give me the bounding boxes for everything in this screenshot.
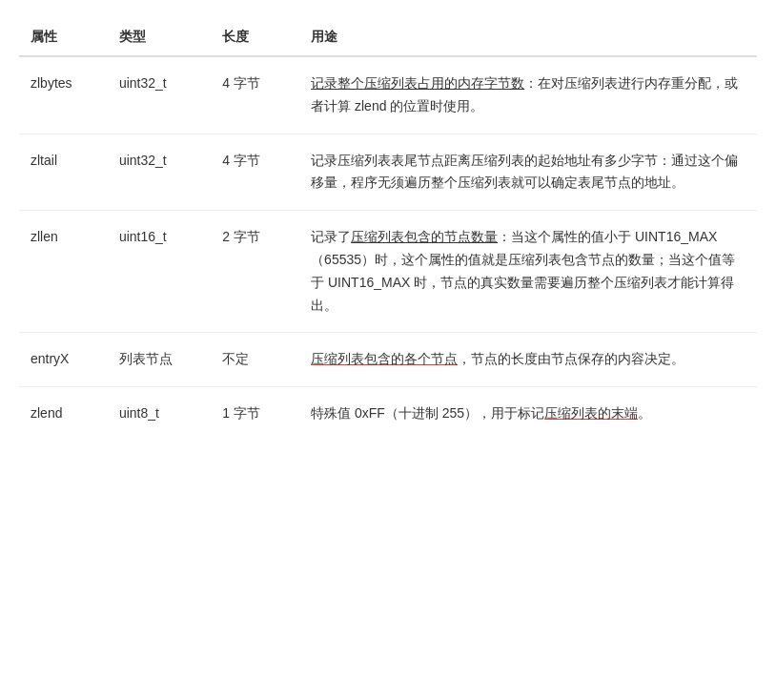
- main-table: 属性 类型 长度 用途 zlbytesuint32_t4 字节记录整个压缩列表占…: [19, 19, 757, 441]
- cell-type: uint32_t: [108, 134, 211, 211]
- table-row: zlenduint8_t1 字节特殊值 0xFF（十进制 255），用于标记压缩…: [19, 387, 757, 441]
- cell-type: 列表节点: [108, 333, 211, 387]
- header-type: 类型: [108, 19, 211, 56]
- table-row: zllenuint16_t2 字节记录了压缩列表包含的节点数量：当这个属性的值小…: [19, 211, 757, 333]
- cell-len: 不定: [211, 333, 299, 387]
- cell-len: 4 字节: [211, 134, 299, 211]
- cell-use: 记录压缩列表表尾节点距离压缩列表的起始地址有多少字节：通过这个偏移量，程序无须遍…: [299, 134, 757, 211]
- header-attr: 属性: [19, 19, 108, 56]
- cell-attr: zltail: [19, 134, 108, 211]
- cell-len: 4 字节: [211, 56, 299, 134]
- cell-attr: zlbytes: [19, 56, 108, 134]
- table-row: zlbytesuint32_t4 字节记录整个压缩列表占用的内存字节数：在对压缩…: [19, 56, 757, 134]
- table-row: entryX列表节点不定压缩列表包含的各个节点，节点的长度由节点保存的内容决定。: [19, 333, 757, 387]
- cell-use: 记录整个压缩列表占用的内存字节数：在对压缩列表进行内存重分配，或者计算 zlen…: [299, 56, 757, 134]
- cell-type: uint32_t: [108, 56, 211, 134]
- cell-len: 2 字节: [211, 211, 299, 333]
- cell-type: uint16_t: [108, 211, 211, 333]
- cell-attr: entryX: [19, 333, 108, 387]
- cell-use: 压缩列表包含的各个节点，节点的长度由节点保存的内容决定。: [299, 333, 757, 387]
- cell-attr: zlend: [19, 387, 108, 441]
- cell-type: uint8_t: [108, 387, 211, 441]
- cell-use: 记录了压缩列表包含的节点数量：当这个属性的值小于 UINT16_MAX（6553…: [299, 211, 757, 333]
- cell-use: 特殊值 0xFF（十进制 255），用于标记压缩列表的末端。: [299, 387, 757, 441]
- table-row: zltailuint32_t4 字节记录压缩列表表尾节点距离压缩列表的起始地址有…: [19, 134, 757, 211]
- header-len: 长度: [211, 19, 299, 56]
- cell-len: 1 字节: [211, 387, 299, 441]
- header-use: 用途: [299, 19, 757, 56]
- table-header-row: 属性 类型 长度 用途: [19, 19, 757, 56]
- cell-attr: zllen: [19, 211, 108, 333]
